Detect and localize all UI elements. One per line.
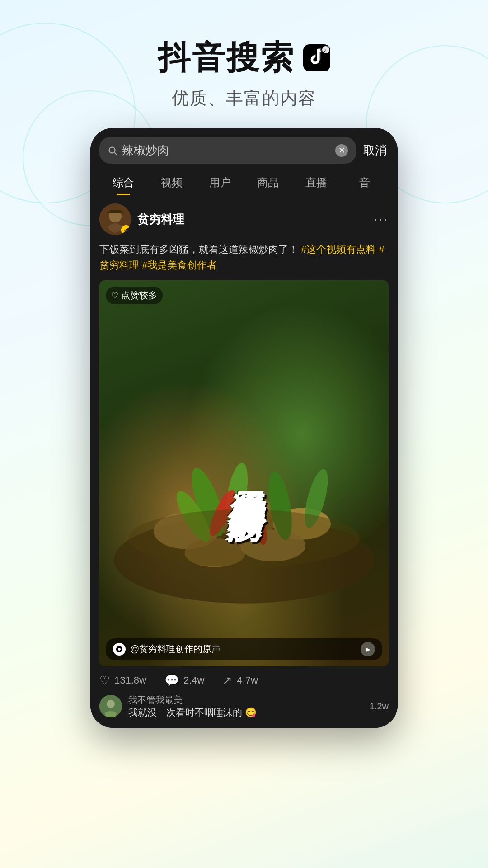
share-icon: ↗ <box>222 674 232 688</box>
comments-stat[interactable]: 💬 2.4w <box>164 674 204 688</box>
search-icon <box>108 146 117 156</box>
svg-text:♪: ♪ <box>324 47 326 52</box>
likes-stat[interactable]: ♡ 131.8w <box>99 674 146 688</box>
comment-row: 我不管我最美 我就没一次看时不咽唾沫的 😋 1.2w <box>99 688 389 719</box>
page-title: 抖音搜索 <box>158 36 295 80</box>
author-row: ✓ 贫穷料理 ··· <box>99 203 389 235</box>
stats-row: ♡ 131.8w 💬 2.4w ↗ 4.7w <box>99 666 389 688</box>
svg-line-4 <box>114 152 117 155</box>
video-background: 勇猛的辣椒炒肉 ♡ 点赞较多 <box>99 280 389 666</box>
video-text-overlay: 勇猛的辣椒炒肉 <box>99 280 389 666</box>
more-options-button[interactable]: ··· <box>374 212 389 226</box>
svg-point-3 <box>109 147 115 153</box>
comments-count: 2.4w <box>183 675 204 686</box>
commenter-username: 我不管我最美 <box>128 694 363 706</box>
hashtag-3[interactable]: #我是美食创作者 <box>142 259 217 271</box>
audio-text: @贫穷料理创作的原声 <box>130 643 356 655</box>
play-button[interactable]: ▶ <box>361 642 375 656</box>
search-bar-area: 辣椒炒肉 ✕ 取消 <box>90 128 398 164</box>
tiktok-logo-icon: ♪ <box>303 44 330 71</box>
post-description: 下饭菜到底有多凶猛，就看这道辣椒炒肉了！ <box>99 244 298 255</box>
shares-count: 4.7w <box>237 675 258 686</box>
phone-wrapper: 辣椒炒肉 ✕ 取消 综合 视频 用户 商品 直播 音 <box>0 128 488 728</box>
tab-商品[interactable]: 商品 <box>244 171 292 194</box>
likes-badge-text: 点赞较多 <box>121 289 157 302</box>
author-name: 贫穷料理 <box>137 212 184 227</box>
likes-badge: ♡ 点赞较多 <box>106 287 163 304</box>
tab-综合[interactable]: 综合 <box>99 171 148 194</box>
commenter-avatar <box>99 695 122 717</box>
audio-bar[interactable]: @贫穷料理创作的原声 ▶ <box>106 638 382 660</box>
avatar: ✓ <box>99 203 131 235</box>
hashtag-1[interactable]: #这个视频有点料 <box>301 244 376 255</box>
search-query: 辣椒炒肉 <box>122 142 331 158</box>
title-row: 抖音搜索 ♪ <box>0 36 488 80</box>
tab-用户[interactable]: 用户 <box>196 171 244 194</box>
comment-text-area: 我不管我最美 我就没一次看时不咽唾沫的 😋 <box>128 694 363 719</box>
tabs-row: 综合 视频 用户 商品 直播 音 <box>90 164 398 194</box>
cancel-button[interactable]: 取消 <box>361 139 389 162</box>
heart-icon: ♡ <box>99 674 110 688</box>
audio-logo <box>113 643 126 656</box>
svg-point-24 <box>107 700 115 708</box>
video-thumbnail[interactable]: 勇猛的辣椒炒肉 ♡ 点赞较多 <box>99 280 389 666</box>
heart-icon: ♡ <box>111 291 118 301</box>
phone-frame: 辣椒炒肉 ✕ 取消 综合 视频 用户 商品 直播 音 <box>90 128 398 728</box>
clear-button[interactable]: ✕ <box>335 144 348 157</box>
tab-音[interactable]: 音 <box>340 171 389 194</box>
shares-stat[interactable]: ↗ 4.7w <box>222 674 258 688</box>
comment-likes: 1.2w <box>370 701 389 712</box>
content-area: ✓ 贫穷料理 ··· 下饭菜到底有多凶猛，就看这道辣椒炒肉了！ #这个视频有点料… <box>90 194 398 728</box>
tab-直播[interactable]: 直播 <box>292 171 341 194</box>
verified-badge: ✓ <box>121 225 131 235</box>
likes-count: 131.8w <box>114 675 146 686</box>
tab-视频[interactable]: 视频 <box>148 171 196 194</box>
search-input-box[interactable]: 辣椒炒肉 ✕ <box>99 137 356 164</box>
video-big-text: 勇猛的辣椒炒肉 <box>225 464 263 483</box>
page-subtitle: 优质、丰富的内容 <box>0 87 488 110</box>
svg-rect-8 <box>107 212 124 213</box>
top-section: 抖音搜索 ♪ 优质、丰富的内容 <box>0 0 488 128</box>
comment-content: 我就没一次看时不咽唾沫的 😋 <box>128 706 363 719</box>
comment-icon: 💬 <box>164 674 179 688</box>
post-text: 下饭菜到底有多凶猛，就看这道辣椒炒肉了！ #这个视频有点料 #贫穷料理 #我是美… <box>99 241 389 273</box>
